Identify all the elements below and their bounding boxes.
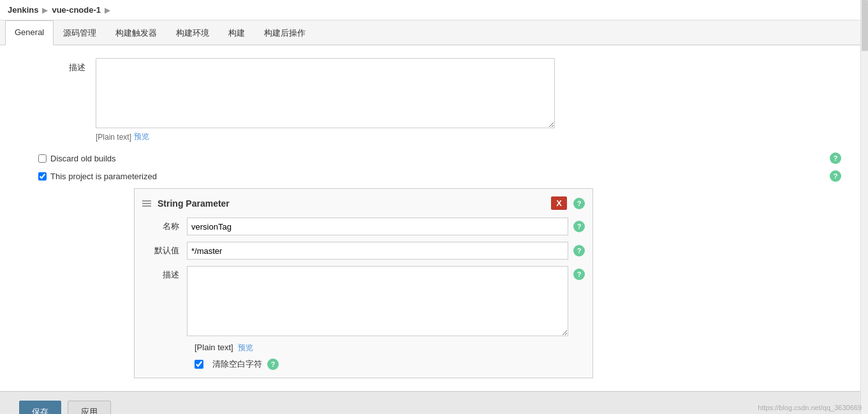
discard-builds-checkbox[interactable] [38, 154, 47, 163]
tab-general[interactable]: General [5, 20, 54, 45]
plain-text-row: [Plain text] 预览 [96, 131, 849, 142]
param-default-row: 默认值 ? [142, 242, 585, 260]
param-preview-link[interactable]: 预览 [238, 343, 253, 352]
param-desc-textarea[interactable] [187, 266, 568, 336]
param-default-input[interactable] [187, 242, 568, 260]
param-plain-text-label: [Plain text] [195, 343, 233, 352]
main-content: General 源码管理 构建触发器 构建环境 构建 构建后操作 描述 [Pla… [0, 20, 868, 414]
breadcrumb-arrow-2: ▶ [105, 6, 110, 15]
trim-row: 清除空白字符 ? [142, 359, 585, 370]
tab-env[interactable]: 构建环境 [166, 20, 219, 45]
description-row: 描述 [Plain text] 预览 [19, 58, 849, 142]
tab-source[interactable]: 源码管理 [54, 20, 106, 45]
param-name-row: 名称 ? [142, 218, 585, 235]
discard-builds-container: Discard old builds ? [19, 152, 849, 164]
param-default-label: 默认值 [142, 245, 187, 256]
parameterized-label[interactable]: This project is parameterized [50, 172, 157, 181]
param-default-help-icon[interactable]: ? [573, 245, 585, 256]
string-param-close-button[interactable]: X [551, 196, 567, 210]
breadcrumb: Jenkins ▶ vue-cnode-1 ▶ [0, 0, 868, 20]
string-param-title: String Parameter [158, 198, 551, 209]
breadcrumb-project[interactable]: vue-cnode-1 [52, 5, 101, 15]
param-desc-row: 描述 ? [142, 266, 585, 336]
param-plain-text-row: [Plain text] 预览 [142, 343, 585, 353]
tab-triggers[interactable]: 构建触发器 [106, 20, 166, 45]
save-button[interactable]: 保存 [19, 401, 61, 414]
preview-link[interactable]: 预览 [134, 131, 149, 142]
discard-builds-help-icon[interactable]: ? [830, 152, 841, 164]
parameterized-help-icon[interactable]: ? [830, 170, 841, 182]
param-desc-help-icon[interactable]: ? [573, 269, 585, 280]
param-name-input[interactable] [187, 218, 568, 235]
parameterized-container: This project is parameterized ? [19, 170, 849, 182]
scrollbar[interactable] [860, 0, 868, 414]
string-param-block: String Parameter X ? 名称 ? 默认值 ? 描述 ? [134, 188, 593, 378]
tab-post[interactable]: 构建后操作 [254, 20, 315, 45]
description-label: 描述 [19, 58, 96, 73]
breadcrumb-arrow-1: ▶ [42, 6, 48, 15]
drag-handle[interactable] [142, 200, 151, 207]
string-param-help-icon[interactable]: ? [573, 198, 585, 209]
discard-builds-label[interactable]: Discard old builds [50, 154, 116, 163]
trim-checkbox[interactable] [195, 360, 203, 369]
string-param-header: String Parameter X ? [142, 196, 585, 210]
watermark: https://blog.csdn.net/qq_3630669 [758, 404, 862, 411]
param-name-help-icon[interactable]: ? [573, 221, 585, 232]
tab-build[interactable]: 构建 [219, 20, 254, 45]
description-field: [Plain text] 预览 [96, 58, 849, 142]
param-desc-label: 描述 [142, 266, 187, 281]
scrollbar-thumb[interactable] [862, 0, 868, 51]
content-area: 描述 [Plain text] 预览 Discard old builds ? … [0, 45, 868, 391]
bottom-bar: 保存 应用 [0, 391, 868, 414]
trim-help-icon[interactable]: ? [267, 359, 279, 370]
tabs-bar: General 源码管理 构建触发器 构建环境 构建 构建后操作 [0, 20, 868, 45]
apply-button[interactable]: 应用 [68, 401, 111, 414]
breadcrumb-jenkins[interactable]: Jenkins [8, 5, 38, 15]
trim-label[interactable]: 清除空白字符 [212, 359, 262, 370]
parameterized-checkbox[interactable] [38, 172, 47, 181]
description-textarea[interactable] [96, 58, 555, 128]
plain-text-label: [Plain text] [96, 133, 131, 142]
param-name-label: 名称 [142, 221, 187, 232]
